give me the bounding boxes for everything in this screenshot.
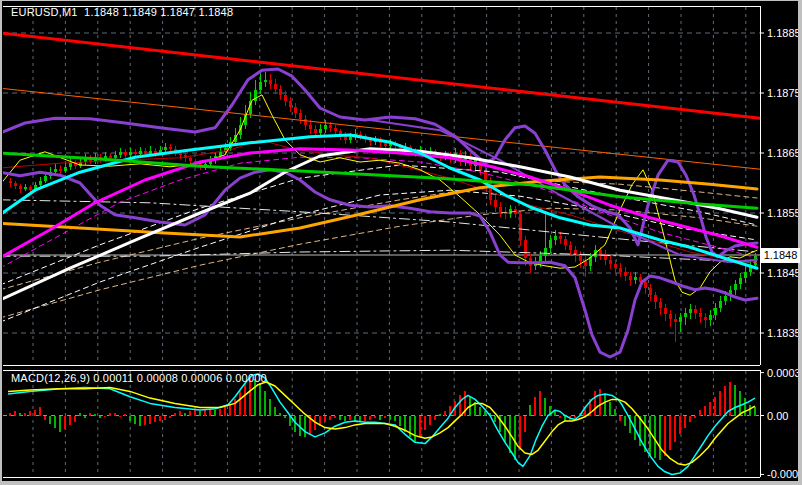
- axis-label: 1.1835: [767, 327, 798, 339]
- axis-label: 1.1875: [767, 87, 798, 99]
- axis-label: -0.00044: [767, 468, 798, 480]
- axis-label: 0.00: [767, 410, 788, 422]
- axis-label: 1.1845: [767, 267, 798, 279]
- axis-label: 0.00032: [767, 367, 798, 379]
- axis-label: 1.1865: [767, 147, 798, 159]
- current-price-box: 1.1848: [761, 248, 800, 263]
- chart-app-area: 1.18851.18751.18651.18551.18451.18350.00…: [2, 1, 798, 481]
- axis-label: 1.1855: [767, 207, 798, 219]
- macd-indicator-label: MACD(12,26,9) 0.00011 0.00008 0.00006 0.…: [11, 372, 267, 384]
- chart-title: EURUSD,M1 1.1848 1.1849 1.1847 1.1848: [11, 6, 233, 18]
- axis-label: 1.1885: [767, 27, 798, 39]
- chart-window: 1.18851.18751.18651.18551.18451.18350.00…: [0, 0, 802, 485]
- chart-canvas[interactable]: 1.18851.18751.18651.18551.18451.18350.00…: [2, 1, 798, 481]
